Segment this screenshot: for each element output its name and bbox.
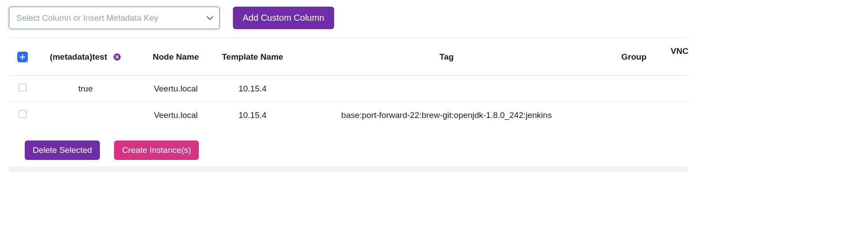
add-row-button[interactable] [17,52,28,62]
header-metadata: (metadata)test [50,51,107,63]
horizontal-scrollbar[interactable] [9,166,688,172]
remove-column-icon[interactable] [113,53,122,61]
column-select[interactable] [9,7,220,29]
header-tag: Tag [439,52,453,61]
cell-template: 10.15.4 [239,110,266,120]
cell-metadata: true [78,84,93,93]
header-node: Node Name [153,52,199,61]
instances-table: (metadata)test Node Name Template Name T… [9,38,688,128]
create-instances-button[interactable]: Create Instance(s) [114,140,199,160]
table-row: true Veertu.local 10.15.4 Pulling (49%) [9,76,688,102]
row-checkbox[interactable] [19,110,27,118]
column-select-input[interactable] [15,13,213,23]
add-custom-column-button[interactable]: Add Custom Column [233,7,334,29]
chevron-down-icon[interactable] [207,15,213,22]
header-template: Template Name [222,52,283,61]
cell-node: Veertu.local [154,84,198,93]
top-bar: Add Custom Column [9,7,688,38]
action-bar: Delete Selected Create Instance(s) [9,128,859,165]
cell-node: Veertu.local [154,110,198,120]
cell-template: 10.15.4 [239,84,266,93]
header-group: Group [621,52,647,61]
page-root: Add Custom Column (metadata)test [0,0,868,175]
table-header-row: (metadata)test Node Name Template Name T… [9,38,688,76]
cell-tag: base:port-forward-22:brew-git:openjdk-1.… [341,110,552,120]
delete-selected-button[interactable]: Delete Selected [25,140,100,160]
table-row: Veertu.local 10.15.4 base:port-forward-2… [9,102,688,129]
header-vnc: VNC Connection String [671,46,688,67]
row-checkbox[interactable] [19,84,27,91]
